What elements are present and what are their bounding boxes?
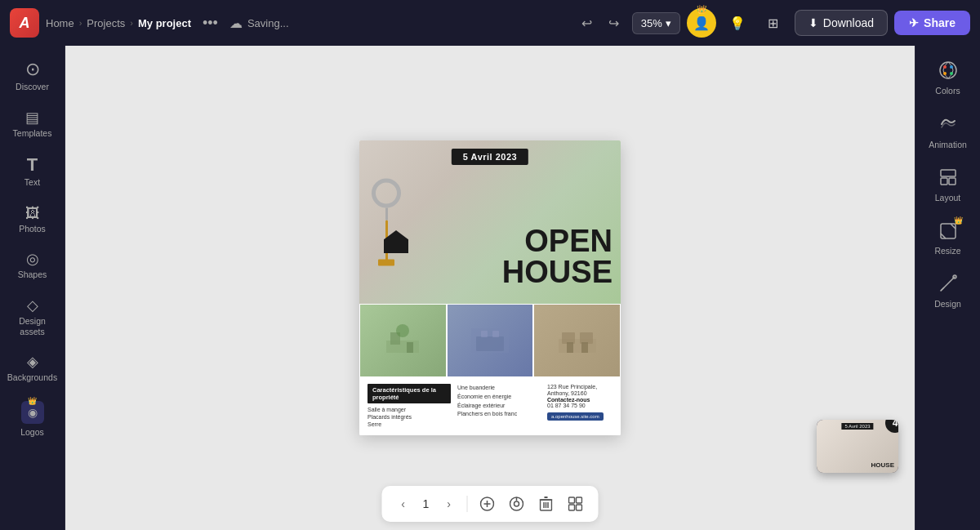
- sidebar-item-animation[interactable]: Animation: [920, 106, 977, 158]
- svg-line-41: [941, 287, 944, 291]
- sidebar-item-colors[interactable]: Colors: [920, 52, 977, 105]
- svg-rect-5: [476, 336, 504, 351]
- grid-view-button[interactable]: [563, 491, 589, 517]
- user-avatar[interactable]: 👤 👑: [687, 8, 716, 38]
- sidebar-item-label: Photos: [19, 224, 46, 234]
- templates-icon: ▤: [25, 110, 39, 125]
- breadcrumb-sep-1: ›: [79, 18, 82, 28]
- svg-rect-7: [492, 331, 499, 337]
- room-icon-2: [448, 305, 533, 376]
- thumbnail-date: 5 Avril 2023: [841, 423, 873, 430]
- detail-4: Planchers en bois franc: [457, 410, 541, 418]
- sidebar-item-label: Text: [24, 177, 40, 188]
- delete-page-button[interactable]: [533, 491, 559, 517]
- design-photos-row: [359, 304, 621, 377]
- main-area: ⊙ Discover ▤ Templates T Text 🖼 Photos ◎…: [0, 46, 980, 530]
- breadcrumb: Home › Projects › My project: [46, 17, 191, 29]
- add-page-button[interactable]: [474, 491, 501, 517]
- photo-cell-1: [359, 304, 447, 377]
- canvas-container: 5 Avril 2023 OPEN: [65, 46, 915, 530]
- open-text: OPEN: [502, 225, 612, 256]
- canvas-area[interactable]: 5 Avril 2023 OPEN: [65, 46, 915, 530]
- svg-rect-36: [949, 178, 956, 185]
- undo-button[interactable]: ↩: [575, 11, 599, 36]
- saving-indicator: ☁ Saving...: [229, 16, 289, 31]
- undo-redo-group: ↩ ↪: [575, 11, 626, 36]
- svg-rect-25: [569, 497, 575, 503]
- sidebar-item-design[interactable]: Design: [920, 265, 977, 318]
- next-page-button[interactable]: ›: [438, 492, 461, 515]
- breadcrumb-projects[interactable]: Projects: [87, 17, 125, 29]
- zoom-value: 35%: [641, 17, 662, 29]
- features-title: Caractéristiques de la propriété: [368, 384, 451, 403]
- page-controls: ‹ 1 ›: [382, 486, 599, 522]
- property-address: 123 Rue Principale, Anthony, 92160 Conta…: [547, 384, 612, 429]
- sidebar-item-text[interactable]: T Text: [4, 148, 61, 196]
- animation-icon: [938, 114, 958, 136]
- download-button[interactable]: ⬇ Download: [795, 10, 888, 36]
- shapes-icon: ◎: [26, 252, 39, 266]
- design-top-section: 5 Avril 2023 OPEN: [359, 140, 621, 304]
- feature-2: Placards intégrés: [368, 414, 451, 420]
- house-key-image: OPEN HOUSE: [359, 140, 621, 304]
- address-line-1: 123 Rue Principale,: [547, 384, 612, 390]
- address-line-2: Anthony, 92160: [547, 390, 612, 396]
- svg-point-32: [950, 72, 953, 75]
- saving-text: Saving...: [247, 17, 289, 29]
- zoom-chevron-icon: ▾: [666, 17, 671, 29]
- sidebar-item-label: Logos: [20, 427, 44, 438]
- sidebar-item-logos[interactable]: ◉ 👑 Logos: [4, 393, 61, 446]
- feature-1: Salle à manger: [368, 407, 451, 412]
- sidebar-item-layout[interactable]: Layout: [920, 159, 977, 212]
- redo-button[interactable]: ↪: [602, 11, 626, 36]
- sidebar-item-shapes[interactable]: ◎ Shapes: [4, 243, 61, 288]
- sidebar-item-label: Templates: [13, 128, 52, 139]
- svg-rect-12: [581, 342, 588, 353]
- svg-rect-3: [407, 342, 413, 353]
- logos-crown-icon: 👑: [28, 397, 37, 405]
- layout-icon: [938, 167, 958, 189]
- sidebar-item-discover[interactable]: ⊙ Discover: [4, 52, 61, 100]
- svg-rect-6: [481, 331, 488, 337]
- sidebar-item-photos[interactable]: 🖼 Photos: [4, 198, 61, 243]
- design-icon: [938, 274, 958, 296]
- sidebar-item-backgrounds[interactable]: ◈ Backgrounds: [4, 346, 61, 391]
- svg-point-17: [514, 501, 519, 506]
- apps-button[interactable]: ⊞: [759, 8, 788, 38]
- resize-crown-icon: 👑: [954, 216, 963, 225]
- share-button[interactable]: ✈ Share: [894, 11, 970, 35]
- text-icon: T: [27, 156, 38, 174]
- breadcrumb-current: My project: [138, 17, 191, 29]
- design-card[interactable]: 5 Avril 2023 OPEN: [359, 140, 621, 435]
- cloud-icon: ☁: [229, 16, 243, 31]
- svg-rect-11: [567, 342, 573, 353]
- feature-3: Serre: [368, 421, 451, 427]
- logo-button[interactable]: A: [10, 8, 39, 38]
- right-sidebar: Colors Animation Layout: [915, 46, 980, 530]
- sidebar-item-colors-label: Colors: [935, 86, 960, 96]
- svg-point-30: [943, 65, 947, 69]
- share-icon: ✈: [909, 16, 919, 29]
- sidebar-item-design-assets[interactable]: ◇ Design assets: [4, 290, 61, 345]
- sidebar-item-resize[interactable]: 👑 Resize: [920, 213, 977, 265]
- sidebar-item-label: Backgrounds: [7, 372, 57, 383]
- magic-button[interactable]: 💡: [723, 8, 752, 38]
- prev-page-button[interactable]: ‹: [392, 492, 415, 515]
- svg-point-29: [940, 62, 956, 78]
- sidebar-item-templates[interactable]: ▤ Templates: [4, 102, 61, 147]
- svg-point-2: [396, 324, 409, 337]
- thumbnail-panel[interactable]: 4 5 Avril 2023 HOUSE: [817, 420, 898, 473]
- more-options-button[interactable]: •••: [198, 11, 223, 35]
- thumbnail-house-text: HOUSE: [871, 462, 894, 469]
- svg-rect-27: [569, 505, 575, 510]
- svg-rect-34: [941, 170, 956, 176]
- house-text: HOUSE: [502, 256, 612, 287]
- sidebar-item-layout-label: Layout: [935, 193, 961, 203]
- logos-icon: ◉ 👑: [21, 401, 44, 424]
- contact-label: Contactez-nous: [547, 397, 612, 403]
- zoom-selector[interactable]: 35% ▾: [632, 12, 680, 34]
- duplicate-page-button[interactable]: [504, 491, 530, 517]
- design-assets-icon: ◇: [27, 298, 38, 313]
- backgrounds-icon: ◈: [27, 354, 38, 369]
- breadcrumb-home[interactable]: Home: [46, 17, 74, 29]
